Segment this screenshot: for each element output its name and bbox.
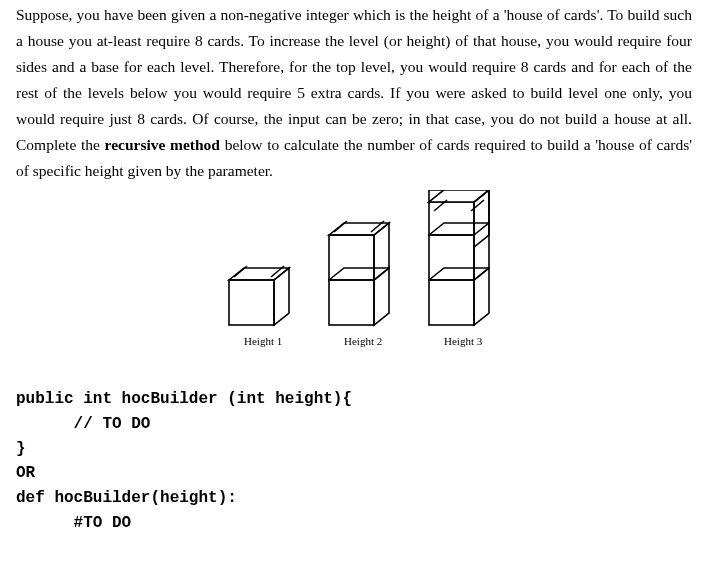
svg-rect-1	[329, 280, 374, 325]
problem-document: Suppose, you have been given a non-negat…	[0, 0, 708, 536]
label-height-3: Height 3	[444, 335, 483, 347]
svg-rect-4	[429, 235, 474, 280]
code-block: public int hocBuilder (int height){ // T…	[16, 362, 692, 536]
java-close-brace: }	[16, 440, 26, 458]
problem-paragraph: Suppose, you have been given a non-negat…	[16, 2, 692, 184]
label-height-2: Height 2	[344, 335, 382, 347]
python-signature: def hocBuilder(height):	[16, 489, 237, 507]
java-todo-comment: // TO DO	[16, 415, 150, 433]
python-todo-comment: #TO DO	[16, 514, 131, 532]
problem-text-bold: recursive method	[105, 136, 220, 153]
java-signature: public int hocBuilder (int height){	[16, 390, 352, 408]
svg-rect-2	[329, 235, 374, 280]
svg-rect-3	[429, 280, 474, 325]
svg-rect-0	[229, 280, 274, 325]
houses-svg: Height 1 Height 2 Height 3	[189, 190, 519, 360]
house-of-cards-diagram: Height 1 Height 2 Height 3	[16, 190, 692, 360]
or-separator: OR	[16, 464, 35, 482]
problem-text-part1: Suppose, you have been given a non-negat…	[16, 6, 692, 153]
label-height-1: Height 1	[244, 335, 282, 347]
